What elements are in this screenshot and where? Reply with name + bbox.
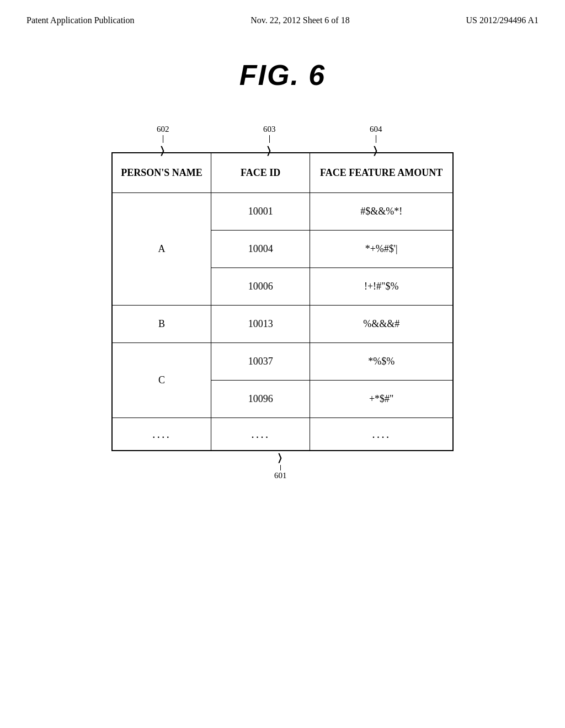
cell-face-id: 10006 xyxy=(211,267,310,305)
cell-face-id: 10001 xyxy=(211,192,310,230)
table-row: B10013%&&&# xyxy=(112,305,453,342)
table-row: C10037*%$% xyxy=(112,342,453,380)
table-body: A10001#$&&%*!10004*+%#$'|10006!+!#"$%B10… xyxy=(112,192,453,451)
cell-person-name: B xyxy=(112,305,211,342)
cell-person-name: A xyxy=(112,192,211,305)
cell-face-id: 10096 xyxy=(211,380,310,417)
cell-face-feature: .... xyxy=(310,417,453,451)
col-header-name: PERSON'S NAME xyxy=(112,153,211,192)
cell-person-name: C xyxy=(112,342,211,417)
cell-face-feature: %&&&# xyxy=(310,305,453,342)
page-header: Patent Application Publication Nov. 22, … xyxy=(0,0,565,25)
header-patent-number: US 2012/294496 A1 xyxy=(466,15,539,25)
cell-face-id: .... xyxy=(211,417,310,451)
ref-602-label: 602 xyxy=(157,125,169,134)
cell-face-id: 10037 xyxy=(211,342,310,380)
data-table-wrapper: PERSON'S NAME FACE ID FACE FEATURE AMOUN… xyxy=(111,152,454,451)
cell-face-feature: *+%#$'| xyxy=(310,230,453,267)
cell-face-feature: !+!#"$% xyxy=(310,267,453,305)
table-row: ............ xyxy=(112,417,453,451)
cell-face-id: 10013 xyxy=(211,305,310,342)
data-table: PERSON'S NAME FACE ID FACE FEATURE AMOUN… xyxy=(111,152,454,451)
cell-person-name: .... xyxy=(112,417,211,451)
col-header-faceid: FACE ID xyxy=(211,153,310,192)
ref-603-label: 603 xyxy=(263,125,276,134)
header-publication-label: Patent Application Publication xyxy=(26,15,135,25)
header-date-sheet: Nov. 22, 2012 Sheet 6 of 18 xyxy=(250,15,349,25)
ref-labels-above: 602 ⟩ 603 ⟩ 604 ⟩ xyxy=(111,125,454,152)
table-header-row: PERSON'S NAME FACE ID FACE FEATURE AMOUN… xyxy=(112,153,453,192)
ref-601-area: ⟩ 601 xyxy=(111,451,454,484)
col-header-feature: FACE FEATURE AMOUNT xyxy=(310,153,453,192)
cell-face-feature: +*$#" xyxy=(310,380,453,417)
cell-face-id: 10004 xyxy=(211,230,310,267)
diagram-container: 602 ⟩ 603 ⟩ 604 ⟩ PERSON'S NAME FACE ID … xyxy=(0,125,565,484)
table-row: A10001#$&&%*! xyxy=(112,192,453,230)
cell-face-feature: *%$% xyxy=(310,342,453,380)
ref-601-label: 601 xyxy=(274,471,287,480)
cell-face-feature: #$&&%*! xyxy=(310,192,453,230)
figure-title: FIG. 6 xyxy=(0,58,565,92)
ref-604-label: 604 xyxy=(370,125,382,134)
